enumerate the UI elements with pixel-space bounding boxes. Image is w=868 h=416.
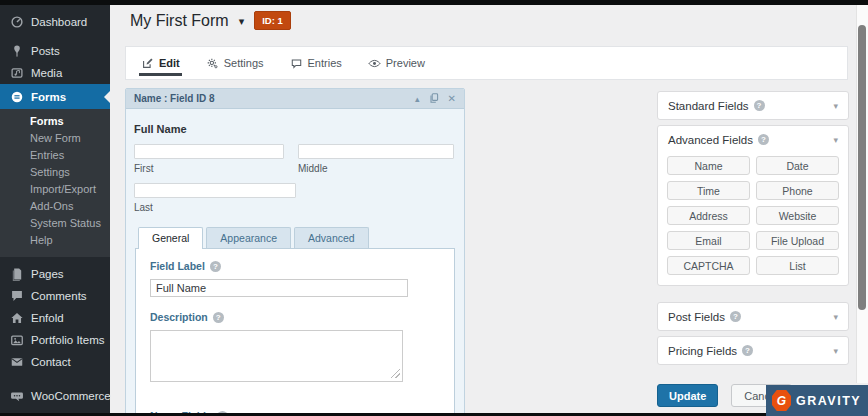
sidebar-item-contact[interactable]: Contact: [0, 351, 110, 373]
field-group-pricing-fields: Pricing Fields: [657, 336, 849, 365]
sidebar-item-dashboard[interactable]: Dashboard: [0, 11, 110, 33]
portfolio-icon: [9, 333, 24, 348]
submenu-item-add-ons[interactable]: Add-Ons: [0, 198, 110, 215]
help-icon[interactable]: [758, 134, 769, 145]
admin-menu: DashboardPostsMediaFormsFormsNew FormEnt…: [0, 11, 110, 407]
sidebar-item-comments[interactable]: Comments: [0, 285, 110, 307]
field-button-time[interactable]: Time: [667, 181, 750, 200]
field-button-website[interactable]: Website: [756, 206, 839, 225]
wp-admin-sidebar: DashboardPostsMediaFormsFormsNew FormEnt…: [0, 5, 110, 413]
form-switcher-chevron-icon[interactable]: ▾: [239, 13, 245, 28]
gravity-logo-text: GRAVITY: [796, 394, 861, 408]
field-group-header-standard-fields[interactable]: Standard Fields: [658, 92, 848, 119]
field-label-heading-text: Field Label: [150, 260, 205, 272]
forms-submenu: FormsNew FormEntriesSettingsImport/Expor…: [0, 109, 110, 257]
sidebar-item-label: WooCommerce: [31, 390, 111, 402]
duplicate-field-icon[interactable]: [428, 92, 440, 106]
delete-field-icon[interactable]: ✕: [448, 93, 456, 104]
field-button-email[interactable]: Email: [667, 231, 750, 250]
form-header: My First Form ▾ ID: 1: [130, 11, 291, 30]
field-settings-tabs: GeneralAppearanceAdvanced: [138, 227, 464, 248]
sidebar-item-label: Pages: [31, 268, 64, 280]
last-name-sublabel: Last: [134, 202, 296, 213]
field-button-file-upload[interactable]: File Upload: [756, 231, 839, 250]
submenu-item-system-status[interactable]: System Status: [0, 215, 110, 232]
submenu-item-help[interactable]: Help: [0, 232, 110, 249]
field-group-title: Standard Fields: [668, 100, 749, 112]
scrollbar-thumb[interactable]: [858, 25, 866, 310]
entries-icon: [290, 57, 303, 70]
sidebar-item-label: Dashboard: [31, 16, 87, 28]
sidebar-item-woocommerce[interactable]: WooCommerce: [0, 385, 110, 407]
help-icon[interactable]: [742, 345, 753, 356]
field-settings-tab-general[interactable]: General: [138, 227, 203, 249]
gravity-forms-logo: G GRAVITY: [766, 385, 868, 416]
textarea-resize-handle[interactable]: [391, 369, 400, 378]
sidebar-item-media[interactable]: Media: [0, 62, 110, 84]
field-group-title: Post Fields: [668, 311, 725, 323]
sidebar-item-pages[interactable]: Pages: [0, 263, 110, 285]
tab-edit[interactable]: Edit: [141, 47, 180, 79]
description-textarea[interactable]: [150, 330, 403, 382]
field-group-post-fields: Post Fields: [657, 302, 849, 331]
field-settings-tab-appearance[interactable]: Appearance: [206, 227, 291, 248]
media-icon: [9, 66, 24, 81]
chevron-down-icon: [833, 101, 838, 111]
sidebar-item-portfolio-items[interactable]: Portfolio Items: [0, 329, 110, 351]
description-heading-text: Description: [150, 311, 208, 323]
sidebar-item-enfold[interactable]: Enfold: [0, 307, 110, 329]
tab-entries[interactable]: Entries: [290, 47, 342, 79]
field-settings-tab-advanced[interactable]: Advanced: [294, 227, 369, 248]
update-button[interactable]: Update: [657, 384, 718, 407]
field-header-actions: ▴ ✕: [415, 92, 456, 106]
sidebar-item-label: Comments: [31, 290, 87, 302]
field-button-list[interactable]: List: [756, 256, 839, 275]
last-name-input[interactable]: [134, 183, 296, 198]
submenu-item-settings[interactable]: Settings: [0, 164, 110, 181]
submenu-item-import-export[interactable]: Import/Export: [0, 181, 110, 198]
first-name-sublabel: First: [134, 163, 284, 174]
submenu-item-new-form[interactable]: New Form: [0, 130, 110, 147]
submenu-item-forms[interactable]: Forms: [0, 113, 110, 130]
help-icon[interactable]: [213, 312, 224, 323]
field-group-header-post-fields[interactable]: Post Fields: [658, 303, 848, 330]
preview-icon: [368, 57, 381, 70]
field-preview-label: Full Name: [134, 123, 456, 135]
help-icon[interactable]: [754, 100, 765, 111]
help-icon[interactable]: [730, 311, 741, 322]
tab-label: Edit: [159, 57, 180, 69]
help-icon[interactable]: [210, 261, 221, 272]
field-editor-title: Name : Field ID 8: [134, 93, 215, 104]
sidebar-item-forms[interactable]: Forms: [0, 84, 110, 109]
field-button-phone[interactable]: Phone: [756, 181, 839, 200]
page-title: My First Form: [130, 12, 229, 30]
home-icon: [9, 311, 24, 326]
top-letterbox: [0, 0, 868, 5]
fields-panel: Standard FieldsAdvanced FieldsNameDateTi…: [657, 91, 849, 370]
woocommerce-icon: [9, 389, 24, 404]
form-id-badge: ID: 1: [254, 11, 291, 30]
field-group-advanced-fields: Advanced FieldsNameDateTimePhoneAddressW…: [657, 125, 849, 286]
field-button-address[interactable]: Address: [667, 206, 750, 225]
tab-settings[interactable]: Settings: [206, 47, 264, 79]
collapse-field-icon[interactable]: ▴: [415, 94, 420, 104]
field-group-header-advanced-fields[interactable]: Advanced Fields: [658, 126, 848, 153]
settings-icon: [206, 57, 219, 70]
name-field-editor: Name : Field ID 8 ▴ ✕ Full Name First Mi…: [125, 88, 465, 416]
field-label-input[interactable]: [150, 279, 408, 297]
field-button-name[interactable]: Name: [667, 156, 750, 175]
pages-icon: [9, 267, 24, 282]
field-button-date[interactable]: Date: [756, 156, 839, 175]
gravity-forms-icon: [9, 89, 24, 104]
first-name-input[interactable]: [134, 144, 284, 159]
submenu-item-entries[interactable]: Entries: [0, 147, 110, 164]
sidebar-item-label: Contact: [31, 356, 71, 368]
field-group-title: Pricing Fields: [668, 345, 737, 357]
middle-name-input[interactable]: [298, 144, 454, 159]
middle-name-sublabel: Middle: [298, 163, 454, 174]
field-group-header-pricing-fields[interactable]: Pricing Fields: [658, 337, 848, 364]
sidebar-item-posts[interactable]: Posts: [0, 40, 110, 62]
field-button-captcha[interactable]: CAPTCHA: [667, 256, 750, 275]
tab-preview[interactable]: Preview: [368, 47, 425, 79]
sidebar-item-label: Forms: [31, 91, 66, 103]
